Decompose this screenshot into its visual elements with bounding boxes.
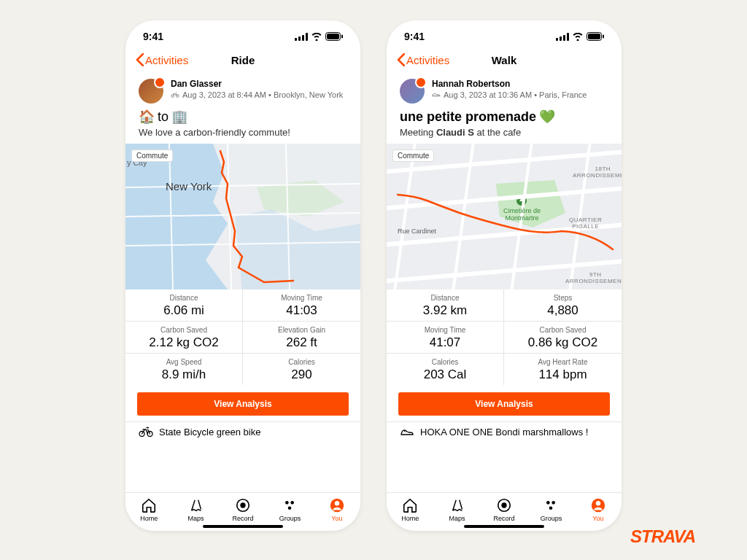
gear-row[interactable]: HOKA ONE ONE Bondi marshmallows ! bbox=[387, 421, 622, 442]
back-label: Activities bbox=[406, 54, 449, 66]
tab-maps[interactable]: Maps bbox=[433, 497, 480, 522]
svg-point-31 bbox=[552, 501, 556, 505]
tab-you[interactable]: You bbox=[575, 497, 622, 522]
view-analysis-button[interactable]: View Analysis bbox=[137, 392, 349, 416]
svg-point-16 bbox=[288, 506, 292, 510]
tab-bar: Home Maps Record Groups You bbox=[125, 492, 360, 531]
status-icons bbox=[556, 32, 604, 41]
author-name: Dan Glasser bbox=[171, 79, 343, 89]
avatar[interactable] bbox=[400, 79, 425, 104]
svg-rect-3 bbox=[306, 33, 308, 41]
stat-carbon: Carbon Saved2.12 kg CO2 bbox=[125, 322, 243, 354]
status-time: 9:41 bbox=[404, 31, 425, 42]
maps-icon bbox=[188, 497, 204, 513]
nav-header: Activities Walk bbox=[387, 47, 622, 73]
home-icon bbox=[141, 497, 157, 513]
svg-point-18 bbox=[335, 501, 339, 505]
stats-grid: Distance6.06 mi Moving Time41:03 Carbon … bbox=[125, 289, 360, 385]
tab-home[interactable]: Home bbox=[387, 497, 433, 522]
gear-row[interactable]: State Bicycle green bike bbox=[125, 421, 360, 442]
record-icon bbox=[235, 497, 251, 513]
wifi-icon bbox=[311, 33, 322, 41]
stat-carbon: Carbon Saved0.86 kg CO2 bbox=[504, 322, 622, 354]
user-icon bbox=[329, 497, 345, 513]
stat-heart-rate: Avg Heart Rate114 bpm bbox=[504, 354, 622, 385]
wifi-icon bbox=[572, 33, 584, 41]
stat-distance: Distance6.06 mi bbox=[125, 289, 243, 322]
tab-groups[interactable]: Groups bbox=[527, 497, 574, 522]
back-label: Activities bbox=[145, 54, 188, 66]
map-label-9th: 9TH ARRONDISSEMENT bbox=[565, 271, 622, 284]
tab-record[interactable]: Record bbox=[481, 497, 527, 522]
stat-elevation: Elevation Gain262 ft bbox=[243, 322, 360, 354]
home-indicator bbox=[203, 525, 283, 528]
chevron-left-icon bbox=[397, 53, 405, 66]
svg-point-34 bbox=[596, 501, 600, 505]
svg-point-14 bbox=[285, 501, 289, 505]
author-row[interactable]: Dan Glasser Aug 3, 2023 at 8:44 AM • Bro… bbox=[125, 73, 360, 105]
user-icon bbox=[590, 497, 606, 513]
svg-point-15 bbox=[291, 501, 295, 505]
map-label-rue: Rue Cardinet bbox=[398, 228, 436, 235]
back-button[interactable]: Activities bbox=[136, 53, 188, 66]
shoe-icon bbox=[432, 92, 441, 98]
svg-rect-19 bbox=[556, 38, 558, 41]
author-meta: Aug 3, 2023 at 10:36 AM • Paris, France bbox=[432, 90, 587, 99]
svg-text:STRAVA: STRAVA bbox=[630, 526, 695, 546]
tab-groups[interactable]: Groups bbox=[266, 497, 313, 522]
home-icon bbox=[402, 497, 418, 513]
stat-moving-time: Moving Time41:07 bbox=[387, 322, 504, 354]
svg-rect-0 bbox=[295, 38, 297, 41]
cellular-icon bbox=[295, 33, 308, 41]
phone-walk: 9:41 Activities Walk Hannah Robertson Au… bbox=[387, 20, 622, 531]
tab-maps[interactable]: Maps bbox=[172, 497, 219, 522]
tab-home[interactable]: Home bbox=[125, 497, 172, 522]
avatar[interactable] bbox=[139, 79, 163, 104]
chevron-left-icon bbox=[136, 53, 144, 66]
stat-calories: Calories290 bbox=[243, 354, 360, 385]
map-label-18th: 18TH ARRONDISSEMENT bbox=[573, 166, 622, 179]
stat-calories: Calories203 Cal bbox=[387, 354, 504, 385]
svg-rect-6 bbox=[341, 35, 343, 39]
tab-you[interactable]: You bbox=[314, 497, 360, 522]
svg-point-29 bbox=[501, 502, 506, 508]
activity-title: une petite promenade 💚 bbox=[387, 105, 622, 127]
svg-rect-22 bbox=[567, 33, 569, 41]
stat-distance: Distance3.92 km bbox=[387, 289, 504, 322]
map-canvas bbox=[125, 144, 360, 289]
status-bar: 9:41 bbox=[387, 20, 622, 47]
map-label-pigalle: QUARTIER PIGALLE bbox=[569, 217, 602, 230]
stat-avg-speed: Avg Speed8.9 mi/h bbox=[125, 354, 243, 385]
svg-rect-24 bbox=[588, 34, 600, 39]
route-map[interactable]: Commute 18TH ARRONDISSEMENT 9TH ARRONDIS… bbox=[387, 144, 622, 289]
gear-name: HOKA ONE ONE Bondi marshmallows ! bbox=[420, 427, 588, 438]
svg-rect-21 bbox=[563, 35, 565, 41]
groups-icon bbox=[282, 497, 298, 513]
svg-rect-25 bbox=[603, 35, 604, 39]
map-label-city: New York bbox=[166, 180, 212, 192]
activity-caption: We love a carbon-friendly commute! bbox=[125, 127, 360, 144]
route-map[interactable]: Commute y City New York bbox=[125, 144, 360, 289]
battery-icon bbox=[325, 32, 343, 41]
bike-icon bbox=[171, 92, 179, 98]
svg-point-32 bbox=[549, 506, 553, 510]
tab-record[interactable]: Record bbox=[220, 497, 266, 522]
map-badge: Commute bbox=[392, 149, 434, 162]
strava-logo: STRAVA bbox=[630, 526, 725, 547]
groups-icon bbox=[543, 497, 559, 513]
svg-rect-5 bbox=[327, 34, 339, 39]
svg-point-13 bbox=[240, 502, 245, 508]
gear-name: State Bicycle green bike bbox=[159, 427, 260, 438]
author-row[interactable]: Hannah Robertson Aug 3, 2023 at 10:36 AM… bbox=[387, 73, 622, 105]
maps-icon bbox=[449, 497, 465, 513]
status-time: 9:41 bbox=[143, 31, 163, 42]
back-button[interactable]: Activities bbox=[397, 53, 449, 66]
map-badge: Commute bbox=[131, 149, 173, 162]
svg-point-30 bbox=[546, 501, 550, 505]
shoe-icon bbox=[400, 427, 414, 437]
view-analysis-button[interactable]: View Analysis bbox=[398, 392, 610, 416]
map-label-cemetery: Cimetière de Montmartre bbox=[503, 207, 541, 222]
svg-rect-1 bbox=[298, 36, 301, 41]
stats-grid: Distance3.92 km Steps4,880 Moving Time41… bbox=[387, 289, 622, 385]
battery-icon bbox=[587, 32, 604, 41]
